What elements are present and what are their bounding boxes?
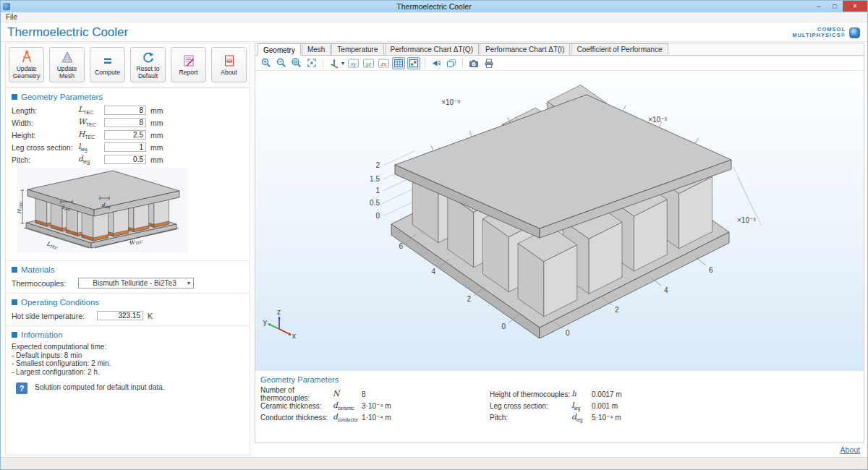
tec-schematic-image: HTEC LTEC WTEC lleg dleg bbox=[17, 168, 188, 253]
param-row-leg-cross-section: Leg cross section: lleg mm bbox=[12, 142, 244, 153]
toolbar-separator bbox=[323, 58, 323, 68]
toolbar-separator bbox=[425, 58, 425, 68]
section-title: Geometry Parameters bbox=[21, 93, 103, 101]
comsol-logo-icon bbox=[849, 27, 860, 38]
z-axis-ticks: 2 1.5 1 0.5 0 bbox=[370, 161, 380, 220]
tab-coefficient-of-performance[interactable]: Coefficient of Performance bbox=[571, 43, 668, 55]
section-bullet bbox=[12, 267, 17, 273]
svg-text:4: 4 bbox=[431, 268, 435, 275]
zoom-box-icon[interactable] bbox=[290, 57, 303, 69]
about-link[interactable]: About bbox=[841, 445, 860, 454]
status-bar bbox=[1, 457, 867, 469]
info-line: - Smallest configuration: 2 min. bbox=[12, 359, 244, 368]
chevron-down-icon[interactable]: ▾ bbox=[341, 60, 344, 67]
svg-text:4: 4 bbox=[664, 286, 668, 294]
tab-mesh[interactable]: Mesh bbox=[302, 43, 331, 55]
update-mesh-button[interactable]: Update Mesh bbox=[49, 47, 85, 82]
material-color-toggle-icon[interactable] bbox=[407, 57, 420, 69]
chevron-down-icon: ▾ bbox=[187, 280, 190, 286]
thermocouples-select[interactable]: Bismuth Telluride - Bi2Te3 ▾ bbox=[78, 278, 194, 289]
grid-toggle-icon[interactable] bbox=[392, 57, 405, 69]
update-geometry-button[interactable]: Update Geometry bbox=[9, 47, 44, 82]
transparency-icon[interactable] bbox=[430, 57, 443, 69]
svg-text:×10⁻³: ×10⁻³ bbox=[648, 116, 667, 124]
print-icon[interactable] bbox=[482, 57, 495, 69]
result-symbol: dceramic bbox=[333, 401, 362, 411]
svg-text:x: x bbox=[292, 332, 296, 340]
length-input[interactable] bbox=[104, 106, 146, 115]
svg-text:2: 2 bbox=[615, 306, 619, 314]
minimize-button[interactable]: – bbox=[811, 1, 827, 12]
tab-geometry[interactable]: Geometry bbox=[258, 43, 301, 56]
result-value: 3·10⁻⁴ m bbox=[362, 402, 391, 410]
width-input[interactable] bbox=[104, 118, 146, 127]
about-button[interactable]: PDF About bbox=[211, 47, 247, 82]
reset-to-default-button[interactable]: Reset to Default bbox=[130, 47, 166, 82]
menu-file[interactable]: File bbox=[1, 13, 22, 21]
pitch-input[interactable] bbox=[104, 155, 146, 164]
settings-panel: Update Geometry Update Mesh Compute bbox=[5, 43, 250, 456]
scene-light-icon[interactable] bbox=[445, 57, 458, 69]
param-row-length: Length: LTEC mm bbox=[12, 105, 244, 116]
tab-temperature[interactable]: Temperature bbox=[331, 43, 383, 55]
update-mesh-icon bbox=[60, 50, 75, 64]
table-row: Number of thermocouples: N 8 bbox=[260, 388, 391, 400]
compute-button[interactable]: Compute bbox=[90, 47, 125, 82]
result-value: 8 bbox=[362, 390, 366, 398]
tab-performance-chart-dtq[interactable]: Performance Chart ΔT(Q) bbox=[385, 43, 479, 55]
result-symbol: dleg bbox=[571, 412, 592, 422]
hot-side-temperature-label: Hot side temperature: bbox=[12, 312, 97, 320]
svg-text:0: 0 bbox=[566, 329, 570, 337]
report-button[interactable]: Report bbox=[171, 47, 206, 82]
info-line: - Default inputs: 8 min bbox=[12, 351, 244, 360]
section-title: Materials bbox=[21, 265, 55, 274]
svg-text:yz: yz bbox=[365, 60, 371, 67]
param-symbol: dleg bbox=[78, 154, 104, 164]
section-bullet bbox=[12, 94, 17, 100]
section-operating-conditions: Operating Conditions Hot side temperatur… bbox=[6, 293, 250, 325]
tec-3d-model: 2 1.5 1 0.5 0 6 4 2 0 0 2 4 6 bbox=[255, 71, 864, 371]
snapshot-icon[interactable] bbox=[467, 57, 480, 69]
xy-view-icon[interactable]: xy bbox=[346, 57, 359, 69]
info-line: Expected computational time: bbox=[12, 343, 244, 351]
svg-text:×10⁻³: ×10⁻³ bbox=[737, 216, 756, 224]
button-label: Update Mesh bbox=[50, 66, 84, 80]
button-label: Update Geometry bbox=[9, 66, 43, 80]
graphics-canvas[interactable]: 2 1.5 1 0.5 0 6 4 2 0 0 2 4 6 bbox=[255, 71, 864, 371]
section-information: Information Expected computational time:… bbox=[6, 325, 250, 397]
result-label: Conductor thickness: bbox=[260, 414, 333, 422]
zoom-extents-icon[interactable] bbox=[305, 57, 318, 69]
section-geometry-parameters: Geometry Parameters Length: LTEC mm Widt… bbox=[6, 87, 250, 260]
result-symbol: dconductor bbox=[333, 412, 362, 422]
help-icon[interactable]: ? bbox=[16, 383, 27, 394]
result-symbol: lleg bbox=[571, 401, 592, 411]
section-bullet bbox=[12, 332, 17, 338]
close-button[interactable]: × bbox=[843, 1, 867, 12]
svg-text:y: y bbox=[263, 318, 267, 326]
tab-performance-chart-dti[interactable]: Performance Chart ΔT(I) bbox=[480, 43, 570, 55]
thermocouples-label: Thermocouples: bbox=[12, 279, 78, 288]
height-input[interactable] bbox=[104, 130, 146, 140]
leg-cross-section-input[interactable] bbox=[104, 142, 146, 152]
info-line: - Largest configuration: 2 h. bbox=[12, 368, 244, 377]
svg-text:zx: zx bbox=[380, 60, 386, 67]
zx-view-icon[interactable]: zx bbox=[377, 57, 390, 69]
page-title: Thermoelectric Cooler bbox=[7, 25, 128, 40]
default-view-icon[interactable] bbox=[328, 57, 341, 69]
header-divider bbox=[1, 41, 867, 42]
svg-text:×10⁻³: ×10⁻³ bbox=[441, 98, 460, 106]
param-label: Length: bbox=[12, 106, 78, 115]
hot-side-temperature-input[interactable] bbox=[97, 311, 143, 320]
param-symbol: LTEC bbox=[78, 105, 104, 115]
button-label: Compute bbox=[95, 69, 120, 77]
result-label: Number of thermocouples: bbox=[260, 386, 333, 402]
restore-button[interactable]: □ bbox=[827, 1, 843, 12]
reset-icon bbox=[141, 50, 156, 64]
result-label: Pitch: bbox=[490, 414, 571, 422]
window-title: Thermoelectric Cooler bbox=[1, 2, 867, 11]
zoom-in-icon[interactable] bbox=[260, 57, 273, 69]
table-row: Ceramic thickness: dceramic 3·10⁻⁴ m bbox=[260, 400, 391, 411]
zoom-out-icon[interactable] bbox=[275, 57, 288, 69]
svg-text:1.5: 1.5 bbox=[370, 175, 380, 183]
yz-view-icon[interactable]: yz bbox=[362, 57, 375, 69]
